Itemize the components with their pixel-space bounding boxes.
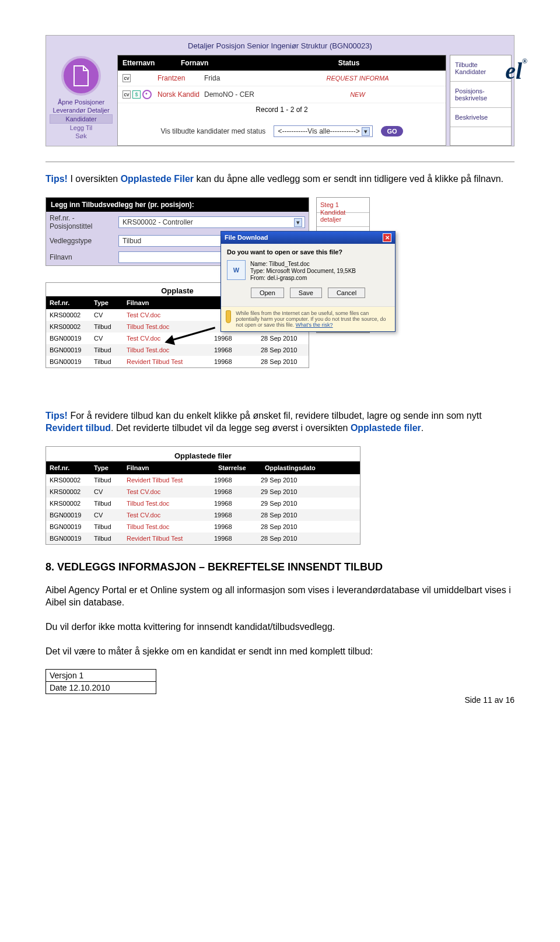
file-download-dialog: File Download ✕ Do you want to open or s… [220,231,396,332]
dialog-warning: While files from the Internet can be use… [236,310,390,328]
step1-detail[interactable]: Kandidat detaljer [317,205,369,227]
tips-paragraph-1: Tips! I oversikten Opplastede Filer kan … [46,173,514,185]
candidate-row[interactable]: cv$Norsk KandidDemoNO - CERNEW [118,86,446,103]
nav-add[interactable]: Legg Til [50,124,113,132]
uploaded-row[interactable]: BGN00019TilbudTilbud Test.doc1996828 Sep… [46,521,360,533]
cv-icon[interactable]: cv [123,90,131,99]
section-8-heading: 8. VEDLEGGS INFORMASJON – BEKREFTELSE IN… [46,561,514,573]
left-nav: Åpne Posisjoner Leverandør Detaljer Kand… [48,55,114,146]
col-status: Status [257,59,441,67]
save-button[interactable]: Save [290,288,322,298]
link-position-desc[interactable]: Posisjons-beskrivelse [450,82,511,108]
record-count: Record 1 - 2 of 2 [118,103,446,121]
footer-box: Versjon 1 Date 12.10.2010 [46,669,156,694]
form-title: Legg inn Tilbudsvedlegg her (pr. posisjo… [46,198,309,212]
brand-fragment: el® [505,57,527,85]
cell-lastname: Frantzen [158,74,204,82]
cell-firstname: DemoNO - CER [204,90,274,99]
dialog-file-info: Name: Tilbud_Test.doc Type: Microsoft Wo… [250,260,356,282]
uploaded-row[interactable]: BGN00019CVTest CV.doc1996828 Sep 2010 [46,509,360,521]
uploaded-full-title: Opplastede filer [46,447,360,461]
cancel-button[interactable]: Cancel [328,288,365,298]
tips-paragraph-2: Tips! For å revidere tilbud kan du enkel… [46,409,514,435]
window-title: Detaljer Posisjon Senior Ingeniør Strukt… [48,38,512,55]
open-button[interactable]: Open [251,288,284,298]
document-icon [61,56,101,96]
file-link[interactable]: Revidert Tilbud Test [127,535,214,542]
link-description[interactable]: Beskrivelse [450,108,511,127]
cell-status: NEW [274,91,441,98]
uploaded-row[interactable]: BGN00019TilbudRevidert Tilbud Test199682… [46,533,360,544]
screenshot-uploaded-files-full: Opplastede filer Ref.nr. Type Filnavn St… [46,446,360,545]
annotation-arrow [167,336,217,346]
uploaded-row[interactable]: BGN00019TilbudRevidert Tilbud Test199682… [46,356,309,367]
cell-lastname: Norsk Kandid [158,90,204,99]
dialog-question: Do you want to open or save this file? [227,248,389,255]
candidates-panel: Etternavn Fornavn Status cvFrantzenFrida… [117,55,446,146]
file-link[interactable]: Tilbud Test.doc [127,523,214,530]
file-link[interactable]: Tilbud Test.doc [127,346,214,353]
filename-label: Filnavn [50,253,114,261]
shield-icon [226,310,231,323]
right-panel: Tilbudte Kandidater Posisjons-beskrivels… [450,55,512,146]
link-offered-candidates[interactable]: Tilbudte Kandidater [450,55,511,82]
close-icon[interactable]: ✕ [383,233,391,242]
word-doc-icon: W [227,260,246,280]
cell-firstname: Frida [204,74,274,82]
money-icon[interactable]: $ [132,90,141,99]
nav-candidates[interactable]: Kandidater [50,114,113,124]
screenshot-position-details: Detaljer Posisjon Senior Ingeniør Strukt… [46,35,514,146]
cell-status: REQUEST INFORMA [274,75,441,82]
nav-open-positions[interactable]: Åpne Posisjoner [50,98,113,106]
file-link[interactable]: Revidert Tilbud Test [127,477,214,484]
col-firstname: Fornavn [181,59,257,67]
status-icon [142,90,152,99]
file-link[interactable]: Test CV.doc [127,512,214,519]
candidate-row[interactable]: cvFrantzenFridaREQUEST INFORMA [118,71,446,86]
uploaded-row[interactable]: KRS00002TilbudTilbud Test.doc1996829 Sep… [46,498,360,509]
file-link[interactable]: Tilbud Test.doc [127,500,214,507]
risk-link[interactable]: What's the risk? [296,322,333,328]
candidates-header: Etternavn Fornavn Status [118,55,446,71]
file-link[interactable]: Tilbud Test.doc [127,323,214,330]
section-8-p2: Du vil derfor ikke motta kvittering for … [46,621,514,633]
filter-select[interactable]: <-----------Vis alle-----------> [274,125,373,137]
footer-version: Versjon 1 [46,670,156,682]
file-link[interactable]: Revidert Tilbud Test [127,358,214,365]
filter-label: Vis tilbudte kandidater med status [160,127,265,135]
nav-search[interactable]: Søk [50,132,113,140]
footer-date: Date 12.10.2010 [46,682,156,694]
file-link[interactable]: Test CV.doc [127,488,214,495]
uploaded-full-header: Ref.nr. Type Filnavn Størrelse Opplastin… [46,461,360,474]
go-button[interactable]: GO [381,126,402,136]
section-8-p3: Det vil være to måter å sjekke om en kan… [46,645,514,658]
section-8-p1: Aibel Agency Portal er et Online system … [46,584,514,609]
divider [46,162,514,162]
dialog-title: File Download [225,234,268,241]
uploaded-row[interactable]: KRS00002CVTest CV.doc1996829 Sep 2010 [46,486,360,498]
nav-supplier-details[interactable]: Leverandør Detaljer [50,106,113,114]
screenshot-bid-attachments: Legg inn Tilbudsvedlegg her (pr. posisjo… [46,197,514,395]
type-label: Vedleggstype [50,237,114,245]
ref-label: Ref.nr. - Posisjonstittel [50,214,114,230]
ref-select[interactable]: KRS00002 - Controller [118,216,305,228]
file-link[interactable]: Test CV.doc [127,311,214,318]
cv-icon[interactable]: cv [123,74,131,82]
uploaded-row[interactable]: KRS00002TilbudRevidert Tilbud Test199682… [46,474,360,486]
col-lastname: Etternavn [123,59,181,67]
page-number: Side 11 av 16 [46,695,514,705]
